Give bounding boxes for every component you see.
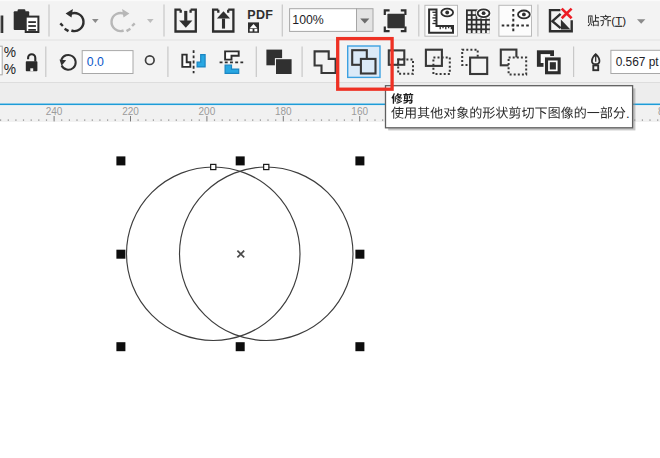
svg-text:180: 180 [275,106,292,117]
svg-text:160: 160 [351,106,368,117]
svg-text:%: % [4,62,16,77]
svg-text:.: . [626,106,630,121]
svg-text:(T): (T) [611,15,626,27]
svg-text:0.0: 0.0 [87,55,104,69]
svg-text:200: 200 [199,106,216,117]
svg-text:%: % [4,45,16,60]
svg-text:220: 220 [122,106,139,117]
svg-text:0.567 pt: 0.567 pt [616,55,660,69]
svg-text:240: 240 [46,106,63,117]
svg-text:100%: 100% [292,13,324,27]
svg-text:PDF: PDF [247,8,273,22]
